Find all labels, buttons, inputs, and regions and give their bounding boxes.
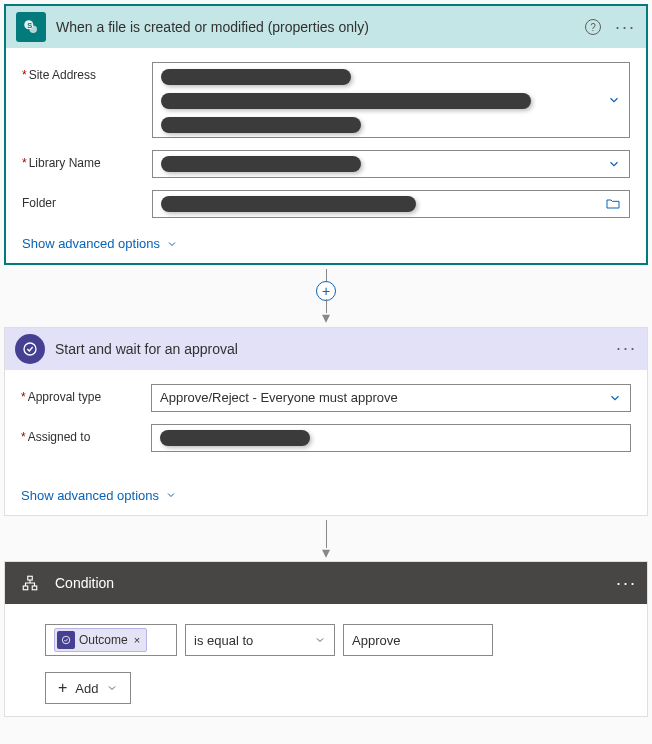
chevron-down-icon — [607, 157, 621, 171]
site-address-input[interactable] — [152, 62, 630, 138]
approval-title: Start and wait for an approval — [55, 341, 616, 357]
library-name-input[interactable] — [152, 150, 630, 178]
folder-input[interactable] — [152, 190, 630, 218]
library-name-label: *Library Name — [22, 150, 152, 170]
svg-point-7 — [62, 636, 70, 644]
approval-type-input[interactable]: Approve/Reject - Everyone must approve — [151, 384, 631, 412]
connector: ▾ — [4, 516, 648, 562]
chevron-down-icon — [165, 489, 177, 501]
approval-type-label: *Approval type — [21, 384, 151, 404]
condition-icon — [15, 568, 45, 598]
folder-label: Folder — [22, 190, 152, 210]
assigned-to-input[interactable] — [151, 424, 631, 452]
more-icon[interactable]: ··· — [616, 338, 637, 359]
trigger-header[interactable]: S When a file is created or modified (pr… — [6, 6, 646, 48]
approval-type-value: Approve/Reject - Everyone must approve — [160, 390, 398, 405]
approval-card: Start and wait for an approval ··· *Appr… — [4, 327, 648, 516]
svg-text:S: S — [27, 21, 32, 30]
show-advanced-link[interactable]: Show advanced options — [22, 236, 178, 251]
folder-icon[interactable] — [605, 196, 621, 212]
chevron-down-icon — [607, 93, 621, 107]
approval-icon — [57, 631, 75, 649]
condition-body: Outcome × is equal to Approve + Add — [5, 604, 647, 716]
chevron-down-icon — [314, 634, 326, 646]
plus-icon: + — [58, 679, 67, 697]
arrow-down-icon: ▾ — [322, 548, 330, 558]
condition-operator-select[interactable]: is equal to — [185, 624, 335, 656]
remove-token-icon[interactable]: × — [134, 634, 140, 646]
trigger-body: *Site Address *Library Name Folder — [6, 48, 646, 263]
show-advanced-link[interactable]: Show advanced options — [21, 488, 177, 503]
more-icon[interactable]: ··· — [615, 17, 636, 38]
condition-value: Approve — [352, 633, 400, 648]
condition-row: Outcome × is equal to Approve — [45, 624, 607, 656]
chevron-down-icon — [106, 682, 118, 694]
svg-rect-6 — [32, 586, 37, 590]
add-label: Add — [75, 681, 98, 696]
sharepoint-icon: S — [16, 12, 46, 42]
svg-rect-5 — [23, 586, 28, 590]
help-icon[interactable]: ? — [585, 19, 601, 35]
svg-rect-4 — [28, 576, 33, 580]
chevron-down-icon — [166, 238, 178, 250]
approval-header[interactable]: Start and wait for an approval ··· — [5, 328, 647, 370]
approval-icon — [15, 334, 45, 364]
outcome-token[interactable]: Outcome × — [54, 628, 147, 652]
condition-card: Condition ··· Outcome × is equal to Appr… — [4, 561, 648, 717]
svg-point-3 — [24, 343, 36, 355]
token-label: Outcome — [79, 633, 128, 647]
add-condition-button[interactable]: + Add — [45, 672, 131, 704]
arrow-down-icon: ▾ — [322, 313, 330, 323]
condition-field-input[interactable]: Outcome × — [45, 624, 177, 656]
operator-value: is equal to — [194, 633, 253, 648]
trigger-card: S When a file is created or modified (pr… — [4, 4, 648, 265]
add-step-button[interactable]: + — [316, 281, 336, 301]
connector: + ▾ — [4, 265, 648, 327]
site-address-label: *Site Address — [22, 62, 152, 82]
approval-body: *Approval type Approve/Reject - Everyone… — [5, 370, 647, 515]
chevron-down-icon — [608, 391, 622, 405]
condition-title: Condition — [55, 575, 616, 591]
trigger-title: When a file is created or modified (prop… — [56, 19, 585, 35]
condition-header[interactable]: Condition ··· — [5, 562, 647, 604]
condition-value-input[interactable]: Approve — [343, 624, 493, 656]
more-icon[interactable]: ··· — [616, 573, 637, 594]
assigned-to-label: *Assigned to — [21, 424, 151, 444]
